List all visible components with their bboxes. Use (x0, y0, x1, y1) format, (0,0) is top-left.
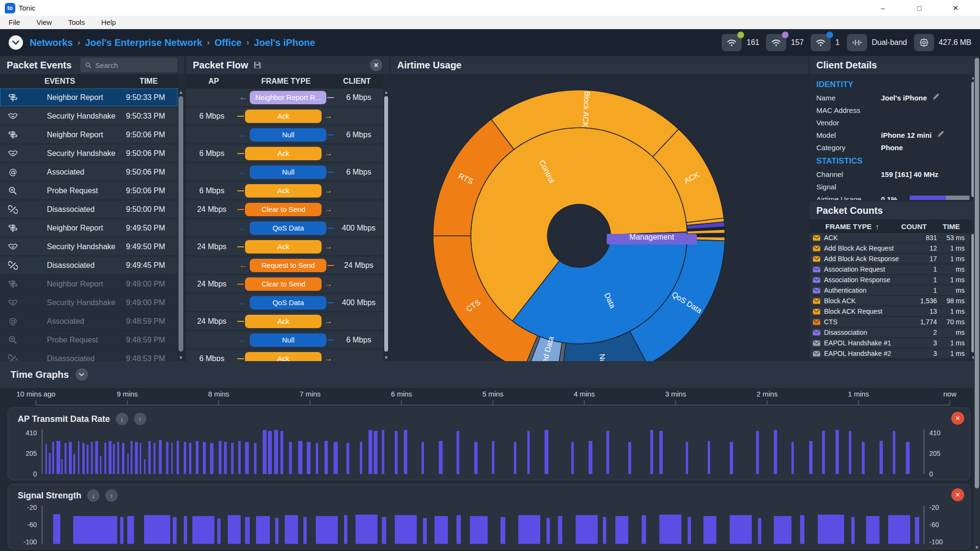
packet-event-row[interactable]: Neighbor Report9:49:50 PM (0, 219, 178, 237)
close-graph-icon[interactable]: ✕ (951, 488, 964, 501)
sort-up-icon: ↑ (876, 222, 880, 231)
packet-flow-scrollbar[interactable]: ▲ ▼ (383, 88, 389, 361)
packet-event-row[interactable]: Neighbor Report9:50:06 PM (0, 126, 178, 143)
timeline-label: 9 mins (117, 390, 138, 398)
packet-count-row[interactable]: Disassociation2ms (810, 328, 969, 337)
search-box[interactable] (80, 58, 178, 72)
packet-flow-row[interactable]: ←Null6 Mbps (186, 126, 383, 143)
packet-event-row[interactable]: Neighbor Report9:50:33 PM (0, 88, 178, 106)
packet-count-row[interactable]: CTS1,77470 ms (810, 317, 969, 327)
breadcrumb-link[interactable]: Office (214, 37, 242, 48)
menu-item-file[interactable]: File (9, 18, 20, 26)
data-bar (231, 443, 234, 474)
packet-event-row[interactable]: Security Handshake9:50:06 PM (0, 144, 178, 162)
count-column-header[interactable]: COUNT (895, 222, 933, 231)
band-button[interactable] (847, 34, 867, 51)
data-bar (589, 441, 592, 474)
frame-type-column-header[interactable]: FRAME TYPE (241, 74, 331, 88)
packet-event-row[interactable]: @Associated9:50:06 PM (0, 163, 178, 181)
packet-count-row[interactable]: EAPOL Handshake #131 ms (810, 338, 969, 348)
time-column-header-counts[interactable]: TIME (933, 222, 969, 231)
y-axis-tick: -20 (924, 504, 939, 511)
packet-flow-row[interactable]: 6 MbpsAck→ (186, 350, 383, 361)
packet-event-row[interactable]: Neighbor Report9:49:00 PM (0, 275, 178, 293)
packet-flow-row[interactable]: 24 MbpsClear to Send→ (186, 200, 383, 218)
data-bar (316, 443, 319, 474)
pencil-icon[interactable] (936, 130, 945, 140)
frame-type-pill: Ack (245, 315, 322, 328)
time-column-header[interactable]: TIME (120, 74, 178, 88)
packet-flow-row[interactable]: ←Null6 Mbps (186, 331, 383, 349)
breadcrumb-link[interactable]: Joel's Enterprise Network (85, 37, 202, 48)
minimize-button[interactable]: – (872, 4, 894, 12)
wifi-button[interactable] (811, 34, 831, 51)
move-down-button[interactable]: ↓ (116, 413, 128, 425)
packet-event-row[interactable]: Probe Request9:48:59 PM (0, 331, 178, 349)
breadcrumb-link[interactable]: Joel's iPhone (254, 37, 315, 48)
breadcrumb-link[interactable]: Networks (30, 37, 73, 48)
packet-flow-close-button[interactable]: ✕ (370, 59, 382, 71)
timeline-label: 2 mins (757, 390, 778, 398)
pencil-icon[interactable] (932, 93, 940, 102)
packet-event-row[interactable]: Security Handshake9:49:00 PM (0, 294, 178, 311)
packet-event-row[interactable]: Probe Request9:50:06 PM (0, 182, 178, 199)
maximize-button[interactable]: □ (908, 4, 930, 12)
packet-flow-row[interactable]: 6 MbpsAck→ (186, 144, 383, 162)
data-bar (87, 445, 89, 474)
packet-flow-row[interactable]: ←Null6 Mbps (186, 163, 383, 181)
main-scrollbar[interactable]: ▼ (974, 56, 980, 551)
packet-count-row[interactable]: Add Block Ack Request121 ms (810, 243, 969, 253)
events-column-header[interactable]: EVENTS (0, 74, 120, 88)
frame-count: 13 (905, 308, 937, 315)
packet-count-row[interactable]: Add Block Ack Response171 ms (810, 254, 969, 264)
packet-flow-row[interactable]: ←QoS Data400 Mbps (186, 219, 383, 237)
frame-type-sort-header[interactable]: FRAME TYPE ↑ (810, 222, 895, 231)
packet-flow-row[interactable]: ←Neighbor Report R...6 Mbps (186, 88, 383, 106)
timeline-ruler[interactable]: 10 mins ago9 mins8 mins7 mins6 mins5 min… (36, 388, 950, 406)
packet-count-row[interactable]: Block ACK1,53698 ms (810, 296, 969, 306)
packet-count-row[interactable]: EAPOL Handshake #231 ms (810, 349, 969, 358)
packet-event-row[interactable]: Disassociated9:48:53 PM (0, 350, 178, 361)
move-down-button[interactable]: ↓ (87, 489, 100, 502)
wifi-button[interactable] (722, 34, 742, 51)
packet-event-row[interactable]: Disassociated9:50:00 PM (0, 200, 178, 218)
breadcrumb-collapse-button[interactable] (9, 35, 23, 50)
packet-count-row[interactable]: ACK83153 ms (810, 233, 969, 242)
wifi-button[interactable] (766, 34, 786, 51)
packet-flow-row[interactable]: 24 MbpsAck→ (186, 312, 383, 330)
packet-flow-row[interactable]: 6 MbpsAck→ (186, 107, 383, 125)
menu-item-help[interactable]: Help (101, 18, 116, 26)
cpu-button[interactable] (914, 34, 934, 51)
packet-event-row[interactable]: Security Handshake9:50:33 PM (0, 107, 178, 125)
menu-item-tools[interactable]: Tools (68, 18, 85, 26)
close-graph-icon[interactable]: ✕ (951, 412, 964, 425)
packet-count-row[interactable]: Authentication1ms (810, 286, 969, 295)
search-input[interactable] (95, 61, 173, 69)
airtime-sunburst-chart[interactable]: ControlDataBlock ACKACKQoS DataNullInfer… (390, 74, 808, 361)
packet-event-row[interactable]: Disassociated9:49:45 PM (0, 256, 178, 274)
move-up-button[interactable]: ↑ (134, 413, 146, 425)
packet-event-row[interactable]: @Associated9:48:59 PM (0, 312, 178, 330)
ap-column-header[interactable]: AP (186, 74, 241, 88)
menu-item-view[interactable]: View (36, 18, 52, 26)
data-bar (888, 515, 910, 544)
packet-event-row[interactable]: Security Handshake9:49:50 PM (0, 238, 178, 255)
packet-flow-row[interactable]: ←Request to Send24 Mbps (186, 256, 383, 274)
save-icon[interactable] (253, 61, 262, 69)
packet-events-scrollbar[interactable]: ▲ ▼ (178, 88, 184, 361)
frame-count: 3 (905, 350, 937, 357)
packet-flow-row[interactable]: ←QoS Data400 Mbps (186, 294, 383, 311)
close-button[interactable]: ✕ (945, 4, 967, 12)
packet-flow-row[interactable]: 24 MbpsAck→ (186, 238, 383, 255)
client-column-header[interactable]: CLIENT (331, 74, 383, 88)
packet-count-row[interactable]: Association Request1ms (810, 264, 969, 274)
packet-count-row[interactable]: Association Response11 ms (810, 275, 969, 285)
data-bar (334, 442, 338, 474)
frame-type-pill: Ack (245, 240, 322, 253)
packet-flow-row[interactable]: 6 MbpsAck→ (186, 182, 383, 199)
time-graphs-collapse-button[interactable] (76, 368, 88, 381)
flow-tail (327, 302, 334, 303)
packet-flow-row[interactable]: 24 MbpsClear to Send→ (186, 275, 383, 293)
packet-count-row[interactable]: Block ACK Request131 ms (810, 307, 969, 316)
move-up-button[interactable]: ↑ (105, 489, 118, 502)
